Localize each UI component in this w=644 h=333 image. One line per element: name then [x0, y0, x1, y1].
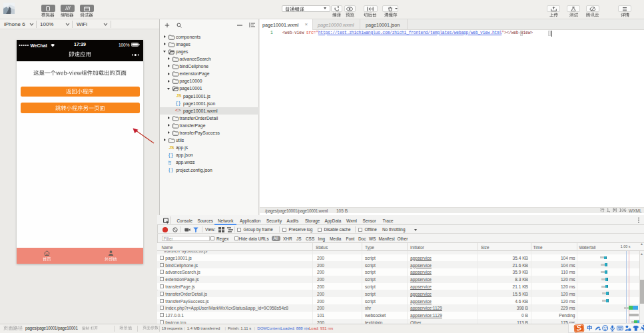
svg-text:WeChat: WeChat — [31, 43, 48, 47]
